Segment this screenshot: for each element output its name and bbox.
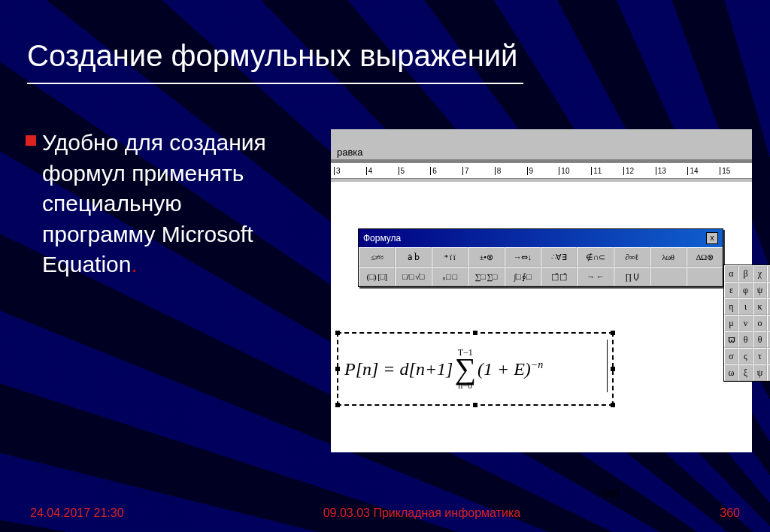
symbol-cell[interactable]: ε [724,282,738,298]
ruler-mark: 7 [462,167,495,175]
symbol-cell[interactable]: σ [724,348,738,364]
equation-exponent: −n [531,359,543,370]
slide-title: Создание формульных выражений [27,39,517,73]
slide: Создание формульных выражений Удобно для… [0,0,770,532]
symbol-cell[interactable]: η [724,298,738,315]
embedded-screenshot: равка 3 4 5 6 7 8 9 10 11 12 13 14 15 [331,129,752,445]
palette-greek-lower[interactable]: λωθ [650,247,686,267]
symbol-cell[interactable]: λ [767,298,770,315]
palette-misc[interactable]: ∂∞ℓ [614,247,650,267]
symbol-cell[interactable]: γ [767,282,770,298]
resize-handle-icon[interactable] [335,367,340,371]
page-number-black: 360 [602,487,620,499]
ruler-mark: 15 [720,167,752,175]
symbol-cell[interactable]: ν [738,315,753,331]
sigma-icon: ∑ [454,357,476,381]
symbol-cell[interactable]: β [738,265,753,282]
symbol-cell[interactable]: ι [738,298,753,315]
palette-dots[interactable]: * ï ï [432,247,468,267]
symbol-cell[interactable]: μ [724,315,738,331]
symbol-cell[interactable]: α [724,265,738,282]
palette-integrals[interactable]: ∫□ ∮□ [505,267,541,286]
bullet-period: . [131,252,137,277]
symbol-cell[interactable]: ρ [767,331,770,348]
symbol-cell[interactable]: φ [738,282,753,298]
palette-logic[interactable]: ∴∀∃ [541,247,577,267]
menu-text-fragment: равка [337,147,363,158]
ruler-mark: 14 [687,167,720,175]
ruler-mark: 8 [495,167,527,175]
formula-palette: ≤≠≈ ȧ b̂ * ï ï ±•⊗ →⇔↓ ∴∀∃ ∉∩⊂ ∂∞ℓ λωθ Δ… [359,247,723,286]
palette-fractions[interactable]: □/□ √□ [395,267,431,286]
ruler-mark: 10 [559,167,591,175]
bullet-marker-icon [26,135,36,146]
ruler-mark: 9 [527,167,559,175]
ruler-mark: 11 [591,167,623,175]
resize-handle-icon[interactable] [335,403,340,407]
palette-sets[interactable]: ∉∩⊂ [577,247,613,267]
footer-date: 24.04.2017 21:30 [30,506,124,520]
palette-scripts[interactable]: ₓ□ □ [432,267,468,286]
bullet-block: Удобно для создания формул применять спе… [30,128,301,280]
symbol-cell[interactable]: ξ [738,364,753,381]
palette-accents[interactable]: ȧ b̂ [395,247,431,267]
symbol-cell[interactable]: θ [753,331,767,348]
palette-arrows2[interactable]: → ← [577,267,613,286]
resize-handle-icon[interactable] [611,331,615,335]
footer-page-number: 360 [720,506,740,520]
title-underline [27,83,523,84]
palette-bars[interactable]: □̄ □̄ [541,267,577,286]
close-icon[interactable]: x [706,232,718,244]
ruler-mark: 5 [399,167,431,175]
formula-window-title: Формула [363,233,401,243]
greek-symbol-dropdown[interactable]: α β χ δ ε φ ψ γ η ι κ λ μ ν ο π ϖ [723,264,770,382]
embed-titlebar-strip [331,129,752,144]
palette-operators[interactable]: ±•⊗ [468,247,504,267]
symbol-cell[interactable]: ψ [753,282,767,298]
sum-icon: T−1 ∑ n=0 [454,348,476,390]
symbol-cell[interactable]: χ [753,265,767,282]
resize-handle-icon[interactable] [335,331,340,335]
resize-handle-icon[interactable] [611,403,615,407]
symbol-cell[interactable]: ο [753,315,767,331]
ruler: 3 4 5 6 7 8 9 10 11 12 13 14 15 [331,162,752,179]
palette-products[interactable]: ∏ Ụ [614,267,650,286]
document-area: Формула x ≤≠≈ ȧ b̂ * ï ï ±•⊗ →⇔↓ ∴∀∃ ∉∩⊂ [331,182,752,452]
equation-object[interactable]: P[n] = d[n+1] T−1 ∑ n=0 (1 + E)−n [337,332,614,406]
symbol-cell[interactable]: ς [738,348,753,364]
slide-footer: 24.04.2017 21:30 09.03.03 Прикладная инф… [0,506,770,520]
text-cursor-icon [607,340,608,392]
symbol-cell[interactable]: υ [767,348,770,364]
symbol-cell[interactable]: π [767,315,770,331]
symbol-cell[interactable]: τ [753,348,767,364]
palette-cell[interactable] [650,267,686,286]
palette-arrows[interactable]: →⇔↓ [505,247,541,267]
sum-lower: n=0 [458,381,472,390]
app-menu-fragment: равка [331,144,752,159]
palette-fences[interactable]: (□) [□] [359,267,395,286]
formula-window-titlebar[interactable]: Формула x [359,229,723,247]
equation-rhs: (1 + E)−n [477,359,543,379]
palette-cell[interactable] [687,267,723,286]
equation-lhs: P[n] = d[n+1] [344,359,453,379]
palette-relations[interactable]: ≤≠≈ [359,247,395,267]
symbol-cell[interactable]: ψ [753,364,767,381]
symbol-cell[interactable]: κ [753,298,767,315]
symbol-cell[interactable]: θ [738,331,753,348]
symbol-cell[interactable]: δ [767,265,770,282]
bullet-text: Удобно для создания формул применять спе… [30,128,301,280]
ruler-mark: 13 [656,167,688,175]
resize-handle-icon[interactable] [611,367,615,371]
symbol-cell[interactable]: ω [724,364,738,381]
ruler-mark: 12 [623,167,656,175]
slide-content: Создание формульных выражений Удобно для… [0,0,770,532]
footer-course: 09.03.03 Прикладная информатика [124,506,720,520]
symbol-cell[interactable]: ϖ [724,331,738,348]
palette-sums[interactable]: ∑□ ∑□ [468,267,504,286]
resize-handle-icon[interactable] [473,331,477,335]
resize-handle-icon[interactable] [473,403,477,407]
palette-greek-upper[interactable]: ΔΩ⊗ [687,247,723,267]
formula-toolbar-window[interactable]: Формула x ≤≠≈ ȧ b̂ * ï ï ±•⊗ →⇔↓ ∴∀∃ ∉∩⊂ [358,228,723,287]
formula-row-2: (□) [□] □/□ √□ ₓ□ □ ∑□ ∑□ ∫□ ∮□ □̄ □̄ → … [359,267,723,286]
symbol-cell[interactable]: ζ [767,364,770,381]
